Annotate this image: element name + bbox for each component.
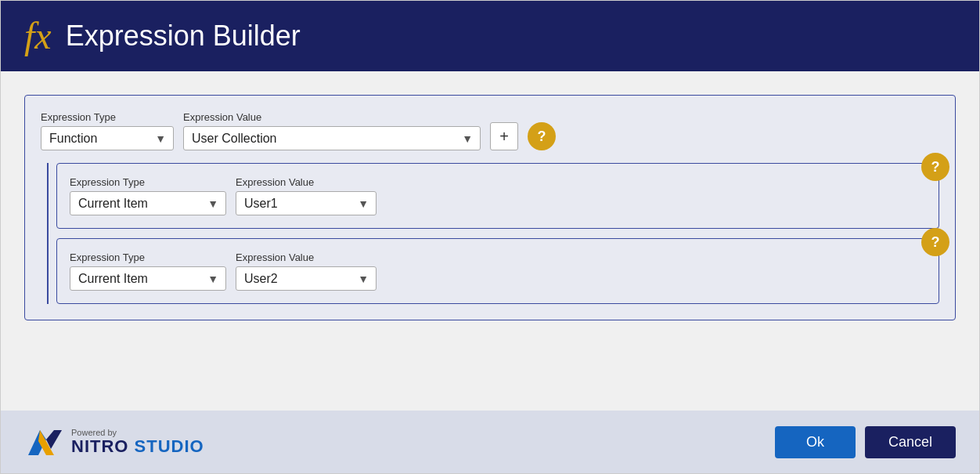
brand-name-text: NITRO STUDIO bbox=[71, 437, 204, 456]
inner1-row: Expression Type Current Item ▼ Expressio… bbox=[70, 176, 923, 215]
inner1-value-select-wrapper: User1 ▼ bbox=[236, 191, 377, 215]
inner2-help-wrapper: ? bbox=[921, 228, 949, 256]
inner1-help-button[interactable]: ? bbox=[921, 153, 949, 181]
inner1-type-label: Expression Type bbox=[70, 176, 226, 188]
outer-value-select[interactable]: User Collection bbox=[183, 126, 481, 150]
fx-icon: fx bbox=[24, 17, 52, 55]
expression-builder-dialog: fx Expression Builder Expression Type Fu… bbox=[0, 0, 980, 474]
inner2-help-button[interactable]: ? bbox=[921, 228, 949, 256]
add-button[interactable]: + bbox=[490, 122, 518, 150]
outer-expression-card: Expression Type Function ▼ Expression Va… bbox=[24, 95, 956, 320]
brand-text-area: Powered by NITRO STUDIO bbox=[71, 428, 204, 456]
inner-card-1: ? Expression Type Current Item ▼ bbox=[56, 163, 939, 229]
dialog-header: fx Expression Builder bbox=[1, 1, 979, 71]
dialog-title: Expression Builder bbox=[66, 20, 301, 52]
outer-type-select[interactable]: Function bbox=[41, 126, 174, 150]
inner2-value-label: Expression Value bbox=[236, 251, 377, 263]
inner1-type-select-wrapper: Current Item ▼ bbox=[70, 191, 226, 215]
outer-value-label: Expression Value bbox=[183, 111, 481, 123]
inner2-row: Expression Type Current Item ▼ Expressio… bbox=[70, 251, 923, 291]
outer-type-label: Expression Type bbox=[41, 111, 174, 123]
inner2-type-select[interactable]: Current Item bbox=[70, 266, 226, 291]
nitro-logo-icon bbox=[24, 424, 63, 460]
inner1-help-wrapper: ? bbox=[921, 153, 949, 181]
inner-card-2: ? Expression Type Current Item ▼ bbox=[56, 238, 939, 304]
outer-row: Expression Type Function ▼ Expression Va… bbox=[41, 111, 939, 150]
outer-value-field: Expression Value User Collection ▼ bbox=[183, 111, 481, 150]
inner2-type-label: Expression Type bbox=[70, 251, 226, 263]
inner1-value-select[interactable]: User1 bbox=[236, 191, 377, 215]
outer-help-button[interactable]: ? bbox=[528, 122, 556, 150]
inner1-value-field: Expression Value User1 ▼ bbox=[236, 176, 377, 215]
inner2-value-field: Expression Value User2 ▼ bbox=[236, 251, 377, 291]
footer-buttons: Ok Cancel bbox=[775, 426, 956, 458]
outer-type-select-wrapper: Function ▼ bbox=[41, 126, 174, 150]
inner2-value-select-wrapper: User2 ▼ bbox=[236, 266, 377, 291]
dialog-footer: Powered by NITRO STUDIO Ok Cancel bbox=[1, 411, 979, 473]
inner1-type-field: Expression Type Current Item ▼ bbox=[70, 176, 226, 215]
cancel-button[interactable]: Cancel bbox=[865, 426, 956, 458]
inner2-type-select-wrapper: Current Item ▼ bbox=[70, 266, 226, 291]
outer-type-field: Expression Type Function ▼ bbox=[41, 111, 174, 150]
brand-area: Powered by NITRO STUDIO bbox=[24, 424, 204, 460]
inner2-value-select[interactable]: User2 bbox=[236, 266, 377, 291]
dialog-body: Expression Type Function ▼ Expression Va… bbox=[1, 71, 979, 411]
inner1-type-select[interactable]: Current Item bbox=[70, 191, 226, 215]
outer-value-select-wrapper: User Collection ▼ bbox=[183, 126, 481, 150]
inner2-type-field: Expression Type Current Item ▼ bbox=[70, 251, 226, 291]
sub-cards: ? Expression Type Current Item ▼ bbox=[56, 163, 939, 304]
inner1-value-label: Expression Value bbox=[236, 176, 377, 188]
ok-button[interactable]: Ok bbox=[775, 426, 856, 458]
